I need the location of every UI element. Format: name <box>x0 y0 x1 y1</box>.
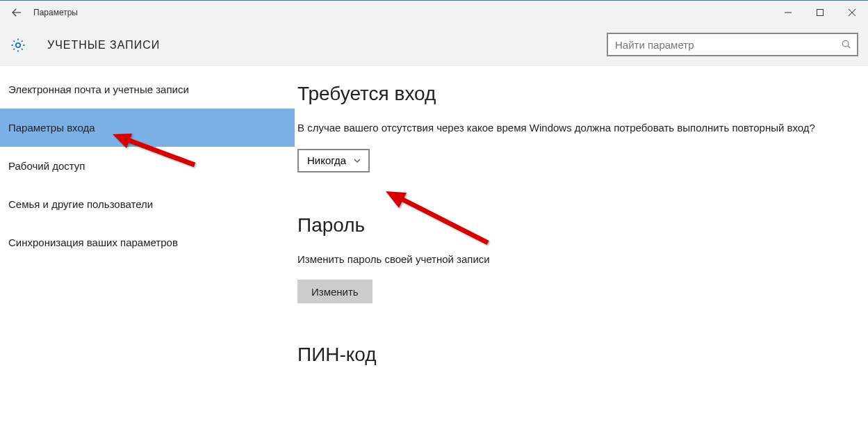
svg-point-5 <box>16 43 20 47</box>
sidebar-item-sync-settings[interactable]: Синхронизация ваших параметров <box>0 223 295 262</box>
dropdown-value: Никогда <box>307 154 346 166</box>
arrow-left-icon <box>10 6 23 19</box>
section-title: УЧЕТНЫЕ ЗАПИСИ <box>47 39 160 51</box>
search-icon <box>836 39 857 50</box>
settings-gear-icon <box>8 35 28 55</box>
heading-signin-required: Требуется вход <box>297 83 840 105</box>
svg-line-7 <box>848 46 850 48</box>
sidebar-item-email-accounts[interactable]: Электронная почта и учетные записи <box>0 70 295 109</box>
titlebar: Параметры <box>0 1 868 24</box>
button-label: Изменить <box>311 286 359 298</box>
sidebar-item-label: Синхронизация ваших параметров <box>8 236 178 248</box>
app-title: Параметры <box>33 8 78 17</box>
heading-pin: ПИН-код <box>297 344 840 366</box>
close-icon <box>848 8 856 17</box>
minimize-button[interactable] <box>772 1 804 24</box>
change-password-button[interactable]: Изменить <box>297 280 372 303</box>
signin-timeout-dropdown[interactable]: Никогда <box>297 149 370 173</box>
svg-point-6 <box>842 40 849 47</box>
sidebar-item-work-access[interactable]: Рабочий доступ <box>0 147 295 185</box>
signin-required-description: В случае вашего отсутствия через какое в… <box>297 120 840 136</box>
maximize-icon <box>816 8 824 17</box>
minimize-icon <box>784 8 792 17</box>
search-box[interactable] <box>607 33 858 56</box>
sidebar-item-label: Рабочий доступ <box>8 160 85 172</box>
sidebar: Электронная почта и учетные записи Парам… <box>0 66 295 425</box>
content: Требуется вход В случае вашего отсутстви… <box>295 66 868 425</box>
chevron-down-icon <box>353 157 361 165</box>
sidebar-item-label: Семья и другие пользователи <box>8 198 153 210</box>
sidebar-item-family-users[interactable]: Семья и другие пользователи <box>0 185 295 223</box>
maximize-button[interactable] <box>804 1 836 24</box>
password-description: Изменить пароль своей учетной записи <box>297 252 840 268</box>
sidebar-item-label: Параметры входа <box>8 122 95 134</box>
close-button[interactable] <box>836 1 868 24</box>
heading-password: Пароль <box>297 214 840 236</box>
search-input[interactable] <box>608 39 836 51</box>
back-button[interactable] <box>0 1 33 24</box>
sidebar-item-label: Электронная почта и учетные записи <box>8 83 189 95</box>
sidebar-item-signin-options[interactable]: Параметры входа <box>0 109 295 147</box>
svg-rect-2 <box>817 10 824 16</box>
header: УЧЕТНЫЕ ЗАПИСИ <box>0 24 868 66</box>
